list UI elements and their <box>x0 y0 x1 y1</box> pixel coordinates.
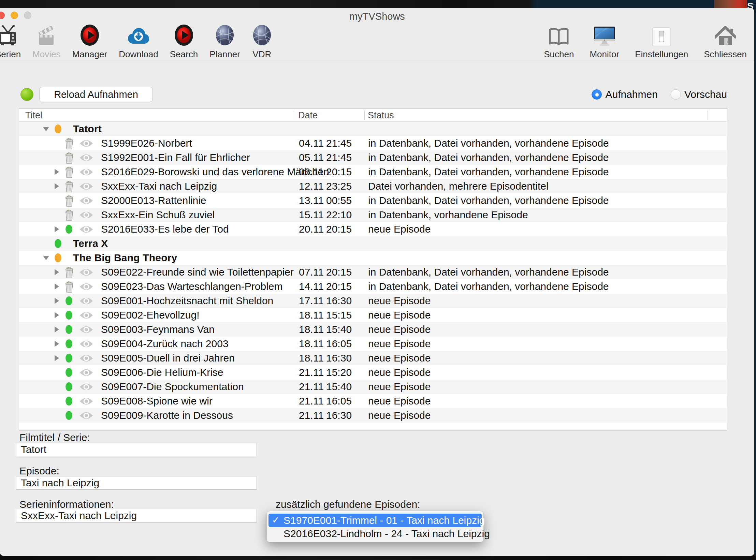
eye-icon[interactable] <box>79 268 93 277</box>
episode-row[interactable]: S2016E033-Es lebe der Tod20.1120:15neue … <box>19 222 727 236</box>
display-icon <box>593 22 616 46</box>
eye-icon[interactable] <box>79 411 93 420</box>
column-header-date[interactable]: Date <box>298 109 318 122</box>
column-header-status[interactable]: Status <box>368 109 394 122</box>
episode-title: S1999E026-Norbert <box>101 136 192 150</box>
episode-row[interactable]: S09E022-Freunde sind wie Toilettenpapier… <box>19 265 727 279</box>
toolbar-item-suchen[interactable]: Suchen <box>544 22 574 60</box>
trash-icon[interactable] <box>64 195 74 207</box>
series-group-row[interactable]: Terra X <box>19 236 727 251</box>
episode-row[interactable]: SxxExx-Taxi nach Leipzig12.1123:25Datei … <box>19 179 727 193</box>
reload-aufnahmen-button[interactable]: Reload Aufnahmen <box>39 87 153 102</box>
trash-icon[interactable] <box>64 137 74 150</box>
column-separator[interactable] <box>708 110 708 120</box>
toolbar-item-monitor[interactable]: Monitor <box>590 22 619 60</box>
disclosure-triangle-icon[interactable] <box>55 283 59 290</box>
disclosure-triangle-icon[interactable] <box>55 183 59 189</box>
radio-vorschau[interactable]: Vorschau <box>671 89 727 100</box>
disclosure-triangle-icon[interactable] <box>55 169 59 175</box>
episode-title: S2016E033-Es lebe der Tod <box>101 222 229 236</box>
disclosure-triangle-icon[interactable] <box>55 269 59 275</box>
episode-row[interactable]: S09E004-Zurück nach 200318.1116:05neue E… <box>19 337 727 351</box>
eye-icon[interactable] <box>79 182 93 191</box>
episode-status: neue Episode <box>368 222 431 236</box>
episode-row[interactable]: S09E008-Spione wie wir21.1116:05neue Epi… <box>19 394 727 408</box>
toolbar-item-download[interactable]: Download <box>119 22 158 60</box>
toolbar-item-serien[interactable]: Serien <box>0 22 21 60</box>
episode-row[interactable]: S09E006-Die Helium-Krise21.1115:20neue E… <box>19 365 727 380</box>
disclosure-triangle-icon[interactable] <box>55 355 59 361</box>
toolbar-item-planner[interactable]: Planner <box>209 22 240 60</box>
radio-aufnahmen[interactable]: Aufnahmen <box>592 89 657 100</box>
trash-icon[interactable] <box>64 281 74 293</box>
eye-icon[interactable] <box>79 139 93 148</box>
episode-row[interactable]: S09E001-Hochzeitsnacht mit Sheldon17.111… <box>19 294 727 308</box>
toolbar-item-einstellungen[interactable]: Einstellungen <box>635 22 688 60</box>
episode-row[interactable]: S09E002-Ehevollzug!18.1115:15neue Episod… <box>19 308 727 322</box>
close-window-button[interactable] <box>0 12 5 19</box>
toolbar-item-schliessen[interactable]: Schliessen <box>704 22 747 60</box>
radio-selected-icon[interactable] <box>592 89 602 100</box>
eye-icon[interactable] <box>79 211 93 219</box>
eye-icon[interactable] <box>79 325 93 334</box>
eye-icon[interactable] <box>79 383 93 391</box>
series-input[interactable]: Tatort <box>16 443 257 456</box>
dropdown-option[interactable]: S2016E032-Lindholm - 24 - Taxi nach Leip… <box>268 527 482 540</box>
toolbar-item-search[interactable]: Search <box>170 22 198 60</box>
column-separator[interactable] <box>294 110 294 120</box>
dropdown-option-selected[interactable]: ✓ S1970E001-Trimmel - 01 - Taxi nach Lei… <box>268 514 482 527</box>
screen: St myTVShows <box>0 0 756 560</box>
episode-row[interactable]: S09E005-Duell in drei Jahren18.1116:30ne… <box>19 351 727 365</box>
eye-icon[interactable] <box>79 168 93 176</box>
disclosure-triangle-icon[interactable] <box>55 341 59 347</box>
minimize-window-button[interactable] <box>11 12 18 19</box>
episode-input[interactable]: Taxi nach Leipzig <box>16 476 257 490</box>
eye-icon[interactable] <box>79 225 93 234</box>
trash-icon[interactable] <box>64 209 74 221</box>
episode-row[interactable]: S1999E026-Norbert04.1121:45in Datenbank,… <box>19 136 727 150</box>
disclosure-triangle-icon[interactable] <box>43 256 49 260</box>
disclosure-triangle-icon[interactable] <box>43 127 49 131</box>
series-group-row[interactable]: Tatort <box>19 122 727 136</box>
episode-row[interactable]: S09E007-Die Spockumentation21.1115:40neu… <box>19 380 727 394</box>
trash-icon[interactable] <box>64 266 74 279</box>
eye-icon[interactable] <box>79 153 93 162</box>
episode-row[interactable]: S09E023-Das Warteschlangen-Problem14.112… <box>19 279 727 294</box>
episode-row[interactable]: S1992E001-Ein Fall für Ehrlicher05.1121:… <box>19 150 727 165</box>
radio-unselected-icon[interactable] <box>671 89 681 100</box>
column-separator[interactable] <box>364 110 365 120</box>
serieninfo-input[interactable]: SxxExx-Taxi nach Leipzig <box>16 509 257 522</box>
disclosure-triangle-icon[interactable] <box>55 312 59 318</box>
episode-date: 15.11 <box>299 208 324 222</box>
eye-icon[interactable] <box>79 354 93 363</box>
series-group-row[interactable]: The Big Bang Theory <box>19 251 727 265</box>
episode-status: in Datenbank, Datei vorhanden, vorhanden… <box>368 265 609 279</box>
episode-row[interactable]: S2016E029-Borowski und das verlorene Mäd… <box>19 165 727 179</box>
episode-title: S09E002-Ehevollzug! <box>101 308 200 322</box>
eye-icon[interactable] <box>79 297 93 305</box>
eye-icon[interactable] <box>79 282 93 291</box>
trash-icon[interactable] <box>64 152 74 164</box>
disclosure-triangle-icon[interactable] <box>55 326 59 333</box>
episode-row[interactable]: S2000E013-Rattenlinie13.1100:55in Datenb… <box>19 193 727 208</box>
serieninfo-field-label: Serieninformationen: <box>19 499 114 510</box>
toolbar-item-vdr[interactable]: VDR <box>252 22 272 60</box>
toolbar-item-manager[interactable]: Manager <box>72 22 107 60</box>
series-status-dot <box>55 253 61 262</box>
trash-icon[interactable] <box>64 180 74 193</box>
disclosure-triangle-icon[interactable] <box>55 298 59 304</box>
toolbar-item-movies[interactable]: Movies <box>32 22 60 60</box>
eye-icon[interactable] <box>79 397 93 406</box>
eye-icon[interactable] <box>79 340 93 348</box>
trash-icon[interactable] <box>64 166 74 178</box>
disclosure-triangle-icon[interactable] <box>55 226 59 232</box>
column-header-titel[interactable]: Titel <box>25 109 42 122</box>
episode-row[interactable]: SxxExx-Ein Schuß zuviel15.1122:10in Date… <box>19 208 727 222</box>
eye-icon[interactable] <box>79 368 93 377</box>
episode-row[interactable]: S09E003-Feynmans Van18.1115:40neue Episo… <box>19 322 727 337</box>
episode-row[interactable]: S09E009-Karotte in Dessous21.1116:30neue… <box>19 408 727 423</box>
eye-icon[interactable] <box>79 311 93 320</box>
zoom-window-button[interactable] <box>24 12 31 19</box>
episode-date: 13.11 <box>299 193 324 208</box>
eye-icon[interactable] <box>79 196 93 205</box>
